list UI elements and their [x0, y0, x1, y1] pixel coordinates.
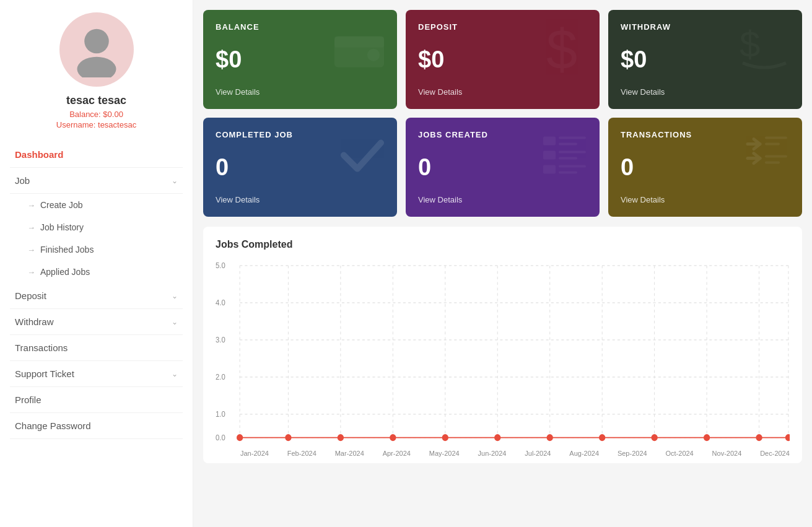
chart-area: 5.0 4.0 3.0 2.0 1.0 0.0	[216, 260, 790, 446]
sidebar-item-withdraw[interactable]: Withdraw ⌄	[10, 309, 183, 335]
card-balance-link[interactable]: View Details	[216, 87, 385, 97]
card-jobs-created-link[interactable]: View Details	[418, 195, 587, 204]
svg-text:1.0: 1.0	[216, 410, 225, 418]
data-point	[704, 434, 710, 441]
card-balance: BALANCE $0 View Details	[203, 10, 397, 109]
card-deposit-label: DEPOSIT	[418, 22, 587, 32]
chart-title: Jobs Completed	[216, 239, 790, 250]
nav-menu: Dashboard Job ⌄ → Create Job → Job Histo…	[0, 142, 193, 439]
data-point	[651, 434, 657, 441]
svg-text:0.0: 0.0	[216, 433, 225, 442]
data-point	[390, 434, 396, 441]
sidebar-item-label: Job	[15, 175, 30, 186]
user-name: tesac tesac	[66, 94, 126, 107]
stats-cards-grid: BALANCE $0 View Details $ DEPOSIT $0 Vie…	[203, 10, 802, 217]
data-point	[285, 434, 291, 441]
card-jobs-created: JOBS CREATED 0 View Details	[406, 118, 600, 217]
x-label-apr: Apr-2024	[383, 450, 411, 457]
jobs-completed-chart-container: Jobs Completed 5.0 4.0 3.0 2.0 1.0 0.0	[203, 227, 802, 463]
chevron-down-icon: ⌄	[172, 292, 178, 300]
svg-rect-11	[559, 151, 586, 154]
data-point	[599, 434, 605, 441]
x-label-oct: Oct-2024	[665, 450, 693, 457]
card-transactions-link[interactable]: View Details	[621, 195, 790, 204]
svg-point-0	[84, 29, 109, 54]
card-withdraw: $ WITHDRAW $0 View Details	[608, 10, 802, 109]
arrow-icon: →	[27, 223, 35, 232]
x-label-mar: Mar-2024	[335, 450, 364, 457]
user-username: Username: tesactesac	[56, 120, 136, 129]
data-point	[442, 434, 448, 441]
arrow-icon: →	[27, 201, 35, 210]
sidebar-item-label: Deposit	[15, 290, 46, 301]
sidebar-item-label: Withdraw	[15, 316, 54, 327]
main-content: BALANCE $0 View Details $ DEPOSIT $0 Vie…	[193, 0, 812, 527]
sidebar-item-label: Applied Jobs	[40, 267, 90, 277]
svg-rect-17	[765, 143, 780, 146]
avatar	[59, 12, 134, 87]
card-balance-value: $0	[216, 46, 385, 73]
sidebar-item-transactions[interactable]: Transactions	[10, 335, 183, 361]
x-label-nov: Nov-2024	[712, 450, 742, 457]
card-completed-job-value: 0	[216, 154, 385, 181]
sidebar-item-job-history[interactable]: → Job History	[10, 216, 183, 238]
data-point	[547, 434, 553, 441]
user-balance: Balance: $0.00	[69, 110, 123, 119]
card-deposit-value: $0	[418, 46, 587, 73]
sidebar-item-create-job[interactable]: → Create Job	[10, 194, 183, 216]
svg-text:3.0: 3.0	[216, 336, 225, 344]
svg-text:5.0: 5.0	[216, 261, 225, 269]
x-label-may: May-2024	[429, 450, 460, 457]
sidebar-item-label: Support Ticket	[15, 368, 74, 379]
x-label-dec: Dec-2024	[760, 450, 790, 457]
sidebar-item-dashboard[interactable]: Dashboard	[10, 142, 183, 168]
svg-text:4.0: 4.0	[216, 298, 225, 307]
chevron-down-icon: ⌄	[172, 318, 178, 326]
chart-svg: 5.0 4.0 3.0 2.0 1.0 0.0	[216, 260, 790, 446]
card-transactions-value: 0	[621, 154, 790, 181]
svg-rect-9	[559, 143, 577, 146]
sidebar-item-label: Change Password	[15, 420, 91, 431]
sidebar-item-applied-jobs[interactable]: → Applied Jobs	[10, 261, 183, 283]
card-completed-job-link[interactable]: View Details	[216, 195, 385, 204]
x-label-jul: Jul-2024	[525, 450, 551, 457]
card-withdraw-link[interactable]: View Details	[621, 87, 790, 97]
sidebar-item-support-ticket[interactable]: Support Ticket ⌄	[10, 361, 183, 387]
arrow-icon: →	[27, 268, 35, 277]
card-completed-job-label: COMPLETED JOB	[216, 130, 385, 139]
sidebar-item-label: Job History	[40, 222, 84, 232]
sidebar-item-label: Transactions	[15, 342, 68, 353]
svg-text:2.0: 2.0	[216, 373, 225, 381]
chart-x-labels: Jan-2024 Feb-2024 Mar-2024 Apr-2024 May-…	[216, 446, 790, 457]
sidebar-item-profile[interactable]: Profile	[10, 387, 183, 413]
x-label-aug: Aug-2024	[569, 450, 599, 457]
card-deposit-link[interactable]: View Details	[418, 87, 587, 97]
card-withdraw-label: WITHDRAW	[621, 22, 790, 32]
arrow-icon: →	[27, 245, 35, 255]
sidebar: tesac tesac Balance: $0.00 Username: tes…	[0, 0, 193, 527]
data-point	[785, 434, 790, 441]
card-transactions-label: TRANSACTIONS	[621, 130, 790, 139]
sidebar-item-deposit[interactable]: Deposit ⌄	[10, 283, 183, 309]
sidebar-item-job[interactable]: Job ⌄	[10, 168, 183, 194]
sidebar-item-label: Create Job	[40, 200, 82, 210]
x-label-jan: Jan-2024	[240, 450, 269, 457]
chevron-down-icon: ⌄	[172, 370, 178, 378]
card-withdraw-value: $0	[621, 46, 790, 73]
x-label-jun: Jun-2024	[478, 450, 507, 457]
sidebar-item-label: Dashboard	[15, 149, 63, 160]
card-balance-label: BALANCE	[216, 22, 385, 32]
card-jobs-created-value: 0	[418, 154, 587, 181]
x-label-sep: Sep-2024	[618, 450, 647, 457]
data-point	[237, 434, 243, 441]
sidebar-item-label: Finished Jobs	[40, 245, 94, 255]
data-point	[338, 434, 344, 441]
x-label-feb: Feb-2024	[287, 450, 317, 457]
sidebar-item-finished-jobs[interactable]: → Finished Jobs	[10, 238, 183, 261]
sidebar-item-label: Profile	[15, 394, 41, 405]
svg-point-1	[77, 57, 116, 77]
sidebar-item-change-password[interactable]: Change Password	[10, 413, 183, 439]
card-transactions: TRANSACTIONS 0 View Details	[608, 118, 802, 217]
data-point	[494, 434, 500, 441]
chevron-down-icon: ⌄	[172, 176, 178, 185]
